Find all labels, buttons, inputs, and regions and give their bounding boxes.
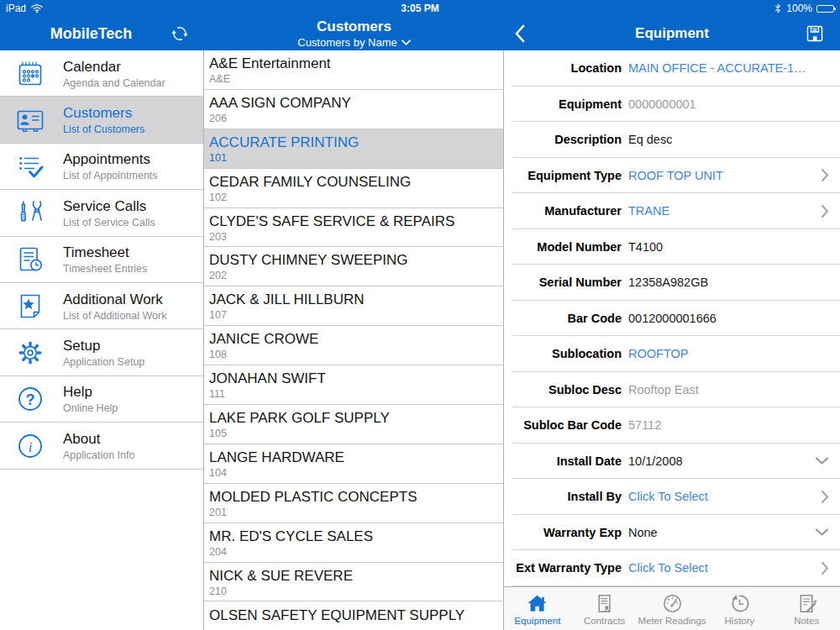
- customer-row-aaa-sign-company[interactable]: AAA SIGN COMPANY206: [204, 90, 503, 129]
- sidebar-item-sublabel: List of Service Calls: [63, 217, 155, 228]
- sidebar-item-text: SetupApplication Setup: [63, 338, 144, 368]
- checklist-icon: [13, 150, 47, 183]
- customer-code: 202: [209, 270, 503, 281]
- field-label: Ext Warranty Type: [504, 561, 622, 575]
- sidebar-item-label: Setup: [63, 338, 144, 354]
- equipment-detail-panel: LocationMAIN OFFICE - ACCURATE-12500 C..…: [504, 50, 840, 630]
- sidebar-item-help[interactable]: ?HelpOnline Help: [0, 376, 203, 423]
- sidebar-item-sublabel: Timesheet Entries: [63, 263, 147, 275]
- customer-row-lange-hardware[interactable]: LANGE HARDWARE104: [204, 444, 503, 484]
- sidebar-item-about[interactable]: iAboutApplication Info: [0, 423, 203, 469]
- sidebar-item-label: Appointments: [63, 151, 158, 168]
- chevron-right-icon: [821, 490, 829, 504]
- field-label: Equipment: [504, 97, 622, 111]
- equipment-title: Equipment: [635, 25, 709, 42]
- tab-contracts[interactable]: Contracts: [571, 587, 638, 630]
- field-value: Rooftop East: [628, 383, 699, 396]
- customer-row-mr-ed-s-cycle-sales[interactable]: MR. ED'S CYCLE SALES204: [204, 523, 503, 563]
- sidebar-item-timesheet[interactable]: TimesheetTimesheet Entries: [0, 237, 203, 283]
- customer-name: LAKE PARK GOLF SUPPLY: [209, 410, 503, 427]
- customer-name: JACK & JILL HILLBURN: [209, 291, 503, 308]
- customer-code: 107: [209, 309, 503, 321]
- field-row-equipment[interactable]: Equipment0000000001: [504, 87, 840, 123]
- sidebar-item-text: CustomersList of Customers: [63, 105, 144, 135]
- customer-row-molded-plastic-concepts[interactable]: MOLDED PLASTIC CONCEPTS201: [204, 484, 503, 523]
- customer-row-jack-jill-hillburn[interactable]: JACK & JILL HILLBURN107: [204, 286, 503, 326]
- field-row-description[interactable]: DescriptionEq desc: [504, 122, 840, 158]
- sidebar-item-text: HelpOnline Help: [63, 384, 118, 414]
- chevron-right-icon: [821, 168, 829, 182]
- sidebar-item-calendar[interactable]: CalendarAgenda and Calendar: [0, 50, 203, 97]
- customer-row-lake-park-golf-supply[interactable]: LAKE PARK GOLF SUPPLY105: [204, 405, 503, 444]
- field-label: Subloc Bar Code: [504, 418, 622, 432]
- customer-code: 206: [209, 113, 503, 124]
- tab-label: History: [725, 616, 755, 626]
- save-icon[interactable]: [804, 23, 826, 45]
- field-row-install-date[interactable]: Install Date10/1/2008: [504, 444, 840, 480]
- tab-equipment[interactable]: Equipment: [504, 587, 571, 630]
- sidebar-item-service-calls[interactable]: Service CallsList of Service Calls: [0, 190, 203, 236]
- contract-icon: [593, 592, 616, 615]
- sidebar-item-label: About: [63, 431, 134, 448]
- sidebar-item-sublabel: Application Setup: [63, 356, 144, 368]
- field-row-subloc-desc[interactable]: Subloc DescRooftop East: [504, 372, 840, 408]
- chevron-right-icon: [821, 561, 829, 575]
- field-value: T4100: [628, 240, 663, 254]
- sidebar-item-appointments[interactable]: AppointmentsList of Appointments: [0, 144, 203, 190]
- field-label: Warranty Exp: [504, 526, 622, 539]
- customer-row-janice-crowe[interactable]: JANICE CROWE108: [204, 326, 503, 365]
- customer-code: 105: [209, 428, 503, 439]
- gauge-icon: [661, 592, 684, 615]
- field-value: TRANE: [628, 204, 669, 218]
- back-chevron-icon[interactable]: [514, 24, 525, 43]
- field-row-location[interactable]: LocationMAIN OFFICE - ACCURATE-12500 C..…: [504, 50, 840, 87]
- sidebar-item-text: TimesheetTimesheet Entries: [63, 244, 147, 275]
- chevron-right-icon: [821, 204, 829, 218]
- customer-row-dusty-chimney-sweeping[interactable]: DUSTY CHIMNEY SWEEPING202: [204, 247, 503, 286]
- field-row-manufacturer[interactable]: ManufacturerTRANE: [504, 193, 840, 229]
- customer-row-a-e-entertainment[interactable]: A&E EntertainmentA&E: [204, 50, 503, 90]
- sidebar-item-additional-work[interactable]: Additional WorkList of Additional Work: [0, 283, 203, 329]
- field-row-equipment-type[interactable]: Equipment TypeROOF TOP UNIT: [504, 158, 840, 194]
- customer-row-jonahan-swift[interactable]: JONAHAN SWIFT111: [204, 365, 503, 405]
- customer-row-clyde-s-safe-service-repairs[interactable]: CLYDE'S SAFE SERVICE & REPAIRS203: [204, 208, 503, 248]
- tab-meter-readings[interactable]: Meter Readings: [638, 587, 706, 630]
- customer-row-cedar-family-counseling[interactable]: CEDAR FAMILY COUNSELING102: [204, 169, 503, 208]
- content: CalendarAgenda and CalendarCustomersList…: [0, 50, 840, 630]
- field-row-warranty-exp[interactable]: Warranty ExpNone: [504, 515, 840, 551]
- clock: 3:05 PM: [0, 3, 840, 14]
- customer-row-nick-sue-revere[interactable]: NICK & SUE REVERE210: [204, 563, 503, 602]
- contact-card-icon: [13, 103, 47, 137]
- customers-filter-button[interactable]: Customers by Name: [297, 36, 410, 49]
- field-row-sublocation[interactable]: SublocationROOFTOP: [504, 336, 840, 372]
- history-icon: [728, 592, 751, 615]
- calendar-icon: [13, 57, 47, 91]
- sidebar-item-label: Calendar: [63, 59, 165, 76]
- customers-title: Customers: [317, 18, 391, 35]
- document-clock-icon: [13, 243, 47, 276]
- field-row-model-number[interactable]: Model NumberT4100: [504, 229, 840, 265]
- field-row-ext-warranty-type[interactable]: Ext Warranty TypeClick To Select: [504, 550, 840, 586]
- customer-row-olsen-safety-equipment-supply[interactable]: OLSEN SAFETY EQUIPMENT SUPPLY: [204, 601, 503, 630]
- refresh-icon[interactable]: [169, 23, 191, 45]
- info-circle-icon: i: [13, 429, 47, 463]
- field-row-install-by[interactable]: Install ByClick To Select: [504, 479, 840, 515]
- customer-list: A&E EntertainmentA&EAAA SIGN COMPANY206A…: [204, 50, 504, 630]
- field-label: Manufacturer: [504, 204, 622, 218]
- field-value: 0012000001666: [628, 312, 717, 325]
- customer-name: CLYDE'S SAFE SERVICE & REPAIRS: [209, 213, 503, 230]
- tab-history[interactable]: History: [706, 587, 774, 630]
- customer-name: LANGE HARDWARE: [209, 449, 503, 466]
- tab-notes[interactable]: Notes: [773, 587, 840, 630]
- field-label: Location: [504, 61, 622, 75]
- customer-row-accurate-printing[interactable]: ACCURATE PRINTING101: [204, 129, 503, 169]
- sidebar-item-label: Timesheet: [63, 244, 147, 261]
- sidebar-item-customers[interactable]: CustomersList of Customers: [0, 97, 203, 143]
- bluetooth-icon: [774, 3, 782, 14]
- field-row-subloc-bar-code[interactable]: Subloc Bar Code57112: [504, 407, 840, 444]
- sidebar-item-label: Service Calls: [63, 198, 155, 215]
- sidebar-item-setup[interactable]: SetupApplication Setup: [0, 329, 203, 375]
- field-row-bar-code[interactable]: Bar Code0012000001666: [504, 301, 840, 337]
- field-row-serial-number[interactable]: Serial Number12358A982GB: [504, 265, 840, 301]
- chevron-down-icon: [815, 528, 829, 537]
